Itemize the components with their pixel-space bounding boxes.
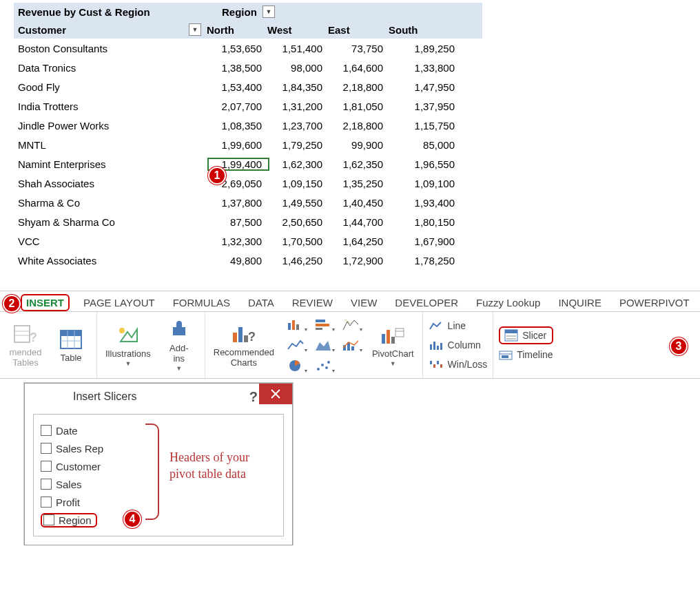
data-cell[interactable]: 1,80,150	[390, 216, 459, 228]
data-cell[interactable]: 1,64,250	[329, 236, 390, 247]
chart-scatter-icon[interactable]: ▾	[310, 356, 336, 375]
data-cell[interactable]: 2,18,800	[329, 120, 390, 132]
data-cell[interactable]: 1,51,400	[269, 43, 329, 54]
data-cell[interactable]: 1,09,150	[269, 178, 329, 189]
data-cell[interactable]: 1,47,950	[390, 81, 459, 93]
customer-cell[interactable]: Jindle Power Works	[14, 120, 208, 132]
sparkline-column[interactable]: Column	[429, 336, 488, 354]
sparkline-winloss[interactable]: Win/Loss	[429, 355, 488, 373]
column-header-west[interactable]: West	[265, 24, 325, 36]
customer-cell[interactable]: VCC	[14, 236, 208, 247]
customer-cell[interactable]: Boston Consultants	[14, 43, 208, 54]
chart-area-icon[interactable]: ▾	[310, 335, 336, 355]
data-cell[interactable]: 1,08,350	[208, 120, 269, 132]
data-cell[interactable]: 1,89,250	[390, 43, 459, 54]
data-cell[interactable]: 1,49,550	[269, 197, 329, 209]
tab-inquire[interactable]: INQUIRE	[554, 294, 606, 311]
chart-line-icon[interactable]: ▾	[282, 335, 309, 355]
data-cell[interactable]: 1,62,300	[269, 158, 329, 170]
pivot-table[interactable]: Revenue by Cust & Region Region ▼ Custom…	[14, 0, 482, 270]
chart-pie-icon[interactable]: ▾	[282, 356, 309, 375]
region-dropdown[interactable]: ▼	[262, 6, 275, 18]
column-header-south[interactable]: South	[386, 24, 455, 36]
data-cell[interactable]: 1,23,700	[269, 120, 329, 132]
data-cell[interactable]: 1,09,100	[390, 178, 459, 189]
customer-cell[interactable]: Data Tronics	[14, 62, 208, 74]
data-cell[interactable]: 1,31,200	[269, 101, 329, 112]
chart-stock-icon[interactable]: ▾	[338, 315, 364, 334]
data-cell[interactable]: 1,15,750	[390, 120, 459, 132]
data-cell[interactable]: 1,53,650	[208, 43, 269, 54]
tab-fuzzy-lookup[interactable]: Fuzzy Lookup	[472, 294, 544, 311]
column-header-north[interactable]: North	[204, 24, 265, 36]
customer-cell[interactable]: MNTL	[14, 139, 208, 151]
data-cell[interactable]: 1,38,500	[208, 62, 269, 74]
chart-column-icon[interactable]: ▾	[282, 315, 309, 334]
slicer-button[interactable]: Slicer	[499, 326, 553, 344]
tab-insert[interactable]: INSERT	[21, 294, 70, 311]
data-cell[interactable]: 1,64,600	[329, 62, 390, 74]
customer-cell[interactable]: Good Fly	[14, 81, 208, 93]
sparkline-line[interactable]: Line	[429, 317, 488, 335]
data-cell[interactable]: 1,96,550	[390, 158, 459, 170]
illustrations-button[interactable]: Illustrations ▼	[103, 315, 154, 375]
dialog-help-icon[interactable]: ?	[249, 389, 258, 405]
data-cell[interactable]: 1,46,250	[269, 255, 329, 267]
customer-cell[interactable]: White Associates	[14, 255, 208, 267]
data-cell[interactable]: 1,70,500	[269, 236, 329, 247]
data-cell[interactable]: 73,750	[329, 43, 390, 54]
data-cell[interactable]: 2,50,650	[269, 216, 329, 228]
data-cell[interactable]: 1,67,900	[390, 236, 459, 247]
tab-review[interactable]: REVIEW	[288, 294, 337, 311]
data-cell[interactable]: 2,18,800	[329, 81, 390, 93]
data-cell[interactable]: 1,72,900	[329, 255, 390, 267]
data-cell[interactable]: 1,81,050	[329, 101, 390, 112]
data-cell[interactable]: 1,84,350	[269, 81, 329, 93]
data-cell[interactable]: 85,000	[390, 139, 459, 151]
customer-cell[interactable]: Sharma & Co	[14, 197, 208, 209]
checkbox[interactable]	[41, 479, 52, 490]
timeline-button[interactable]: Timeline	[499, 346, 553, 364]
data-cell[interactable]: 1,32,300	[208, 236, 269, 247]
checkbox[interactable]	[41, 443, 52, 454]
data-cell[interactable]: 1,99,600	[208, 139, 269, 151]
column-header-east[interactable]: East	[325, 24, 386, 36]
recommended-charts-button[interactable]: ? Recommended Charts	[211, 315, 277, 375]
customer-dropdown[interactable]: ▼	[189, 23, 201, 36]
table-button[interactable]: Table	[51, 315, 91, 375]
tab-formulas[interactable]: FORMULAS	[169, 294, 234, 311]
data-cell[interactable]: 98,000	[269, 62, 329, 74]
data-cell[interactable]: 1,33,800	[390, 62, 459, 74]
data-cell[interactable]: 1,79,250	[269, 139, 329, 151]
checkbox[interactable]	[41, 461, 52, 472]
tab-page-layout[interactable]: PAGE LAYOUT	[79, 294, 159, 311]
checkbox[interactable]	[43, 514, 54, 525]
checkbox[interactable]	[41, 497, 52, 508]
data-cell[interactable]: 49,800	[208, 255, 269, 267]
tab-data[interactable]: DATA	[244, 294, 278, 311]
data-cell[interactable]: 1,35,250	[329, 178, 390, 189]
chart-bar-icon[interactable]: ▾	[310, 315, 336, 334]
customer-cell[interactable]: Shyam & Sharma Co	[14, 216, 208, 228]
data-cell[interactable]: 1,53,400	[208, 81, 269, 93]
data-cell[interactable]: 1,93,400	[390, 197, 459, 209]
data-cell[interactable]: 1,62,350	[329, 158, 390, 170]
chart-launcher-icon[interactable]	[338, 356, 364, 375]
data-cell[interactable]: 1,40,450	[329, 197, 390, 209]
data-cell[interactable]: 87,500	[208, 216, 269, 228]
tab-powerpivot[interactable]: POWERPIVOT	[615, 294, 694, 311]
data-cell[interactable]: 1,78,250	[390, 255, 459, 267]
customer-cell[interactable]: India Trotters	[14, 101, 208, 112]
customer-cell[interactable]: Namint Enterprises	[14, 158, 208, 170]
customer-cell[interactable]: Shah Associates	[14, 178, 208, 189]
tab-view[interactable]: VIEW	[347, 294, 381, 311]
data-cell[interactable]: 99,900	[329, 139, 390, 151]
pivotchart-button[interactable]: PivotChart ▼	[369, 315, 417, 375]
addins-button[interactable]: Add- ins ▼	[159, 315, 199, 375]
data-cell[interactable]: 1,44,700	[329, 216, 390, 228]
dialog-close-button[interactable]	[259, 384, 292, 404]
checkbox[interactable]	[41, 425, 52, 436]
tab-developer[interactable]: DEVELOPER	[391, 294, 462, 311]
data-cell[interactable]: 2,07,700	[208, 101, 269, 112]
data-cell[interactable]: 1,37,800	[208, 197, 269, 209]
